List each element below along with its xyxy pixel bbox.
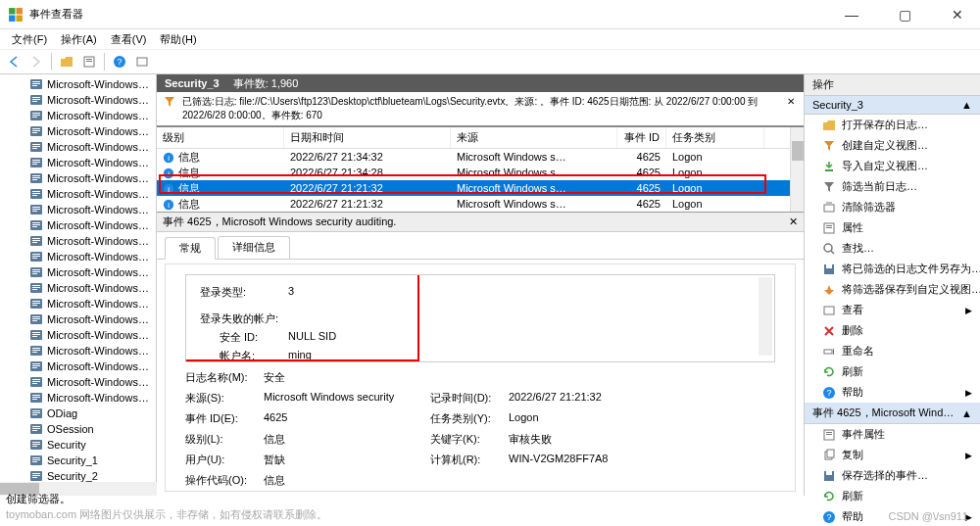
action-item[interactable]: 打开保存的日志… [805, 115, 980, 135]
tree-item[interactable]: Microsoft-Windows-… [0, 76, 156, 92]
col-level[interactable]: 级别 [157, 127, 284, 148]
tree-item[interactable]: ODiag [0, 406, 156, 421]
toolbar-extra-icon[interactable] [132, 52, 152, 72]
account-label: 帐户名: [200, 349, 288, 362]
tree-item[interactable]: Microsoft-Windows-… [0, 280, 156, 296]
tree-item[interactable]: Microsoft-Windows-… [0, 390, 156, 406]
action-item[interactable]: 复制▶ [805, 445, 980, 465]
col-source[interactable]: 来源 [451, 127, 617, 148]
log-icon [29, 375, 43, 389]
rename-icon [822, 345, 836, 359]
action-item[interactable]: 查找… [805, 238, 980, 259]
log-icon [29, 469, 43, 483]
tree-item[interactable]: Microsoft-Windows-… [0, 327, 156, 343]
log-icon [29, 203, 43, 216]
tree-item-label: Microsoft-Windows-… [47, 266, 152, 278]
back-button[interactable] [4, 52, 24, 72]
tree-item[interactable]: Microsoft-Windows-… [0, 123, 156, 139]
filter-close-icon[interactable]: ✕ [784, 95, 798, 109]
props-icon [822, 428, 836, 442]
tree-item[interactable]: Microsoft-Windows-… [0, 92, 156, 108]
log-icon [29, 265, 43, 279]
tree-item[interactable]: Microsoft-Windows-… [0, 249, 156, 264]
action-item[interactable]: 导入自定义视图… [805, 156, 980, 176]
log-icon [29, 140, 43, 154]
maximize-button[interactable]: ▢ [890, 7, 919, 23]
table-row[interactable]: 信息2022/6/27 21:21:32Microsoft Windows s…… [157, 196, 804, 212]
col-task[interactable]: 任务类别 [666, 127, 764, 148]
action-label: 删除 [842, 323, 863, 338]
tree-item[interactable]: Microsoft-Windows-s… [0, 170, 156, 186]
filter-bar: 已筛选:日志: file://C:\Users\ftp123\Desktop\c… [157, 92, 804, 127]
tree-item[interactable]: Microsoft-Windows-… [0, 311, 156, 327]
action-item[interactable]: 删除 [805, 320, 980, 341]
tree-item[interactable]: Microsoft-Windows-… [0, 233, 156, 249]
detail-close-icon[interactable]: ✕ [789, 215, 798, 228]
menu-action[interactable]: 操作(A) [55, 30, 103, 49]
table-row[interactable]: 信息2022/6/27 21:21:32Microsoft Windows s…… [157, 180, 804, 196]
sid-label: 安全 ID: [200, 330, 288, 345]
table-row[interactable]: 信息2022/6/27 21:34:32Microsoft Windows s…… [157, 149, 804, 165]
action-item[interactable]: 创建自定义视图… [805, 135, 980, 156]
tree-item-label: Microsoft-Windows-… [47, 141, 152, 153]
account-value: ming [288, 349, 312, 362]
close-button[interactable]: ✕ [943, 7, 972, 23]
tree-item[interactable]: Microsoft-Windows-… [0, 374, 156, 390]
tree-item-label: Microsoft-Windows-… [47, 282, 152, 294]
prop-keywords-value: 审核失败 [509, 432, 675, 447]
tree-item[interactable]: Microsoft-Windows-… [0, 186, 156, 202]
action-item[interactable]: 属性 [805, 217, 980, 238]
toolbar-props-icon[interactable] [79, 52, 99, 72]
tab-details[interactable]: 详细信息 [218, 236, 290, 259]
menu-file[interactable]: 文件(F) [6, 30, 53, 49]
action-item[interactable]: 帮助▶ [805, 382, 980, 403]
toolbar-view-icon[interactable] [57, 52, 76, 72]
tree-item[interactable]: Microsoft-Windows-… [0, 217, 156, 233]
action-label: 筛选当前日志… [842, 179, 917, 194]
menu-help[interactable]: 帮助(H) [154, 30, 202, 49]
log-icon [29, 422, 43, 436]
actions-title: 操作 [805, 74, 980, 96]
action-item[interactable]: 刷新 [805, 486, 980, 506]
action-item[interactable]: 事件属性 [805, 424, 980, 445]
log-header: Security_3 事件数: 1,960 [157, 74, 804, 92]
action-item[interactable]: 刷新 [805, 361, 980, 382]
tree-item[interactable]: Microsoft-Windows-… [0, 359, 156, 374]
action-item[interactable]: 保存选择的事件… [805, 465, 980, 486]
detail-header: 事件 4625，Microsoft Windows security audit… [157, 212, 804, 232]
action-item[interactable]: 将筛选器保存到自定义视图… [805, 279, 980, 300]
tree-item[interactable]: Security [0, 437, 156, 453]
tree-item[interactable]: Microsoft-Windows-… [0, 155, 156, 170]
prop-user-label: 用户(U): [185, 453, 264, 467]
tab-general[interactable]: 常规 [165, 237, 216, 260]
tree-item-label: Microsoft-Windows-… [47, 376, 152, 388]
action-item[interactable]: 查看▶ [805, 300, 980, 320]
tree-item[interactable]: Microsoft-Windows-… [0, 139, 156, 155]
tree-item[interactable]: Microsoft-Windows-… [0, 264, 156, 280]
tree-item[interactable]: Microsoft-Windows-… [0, 343, 156, 359]
tree-item[interactable]: Security_1 [0, 453, 156, 468]
tree-item[interactable]: Microsoft-Windows-… [0, 296, 156, 311]
toolbar-help-icon[interactable] [110, 52, 129, 72]
tree-item[interactable]: OSession [0, 421, 156, 437]
minimize-button[interactable]: — [837, 7, 866, 23]
action-label: 帮助 [842, 509, 863, 524]
tree-panel: Microsoft-Windows-…Microsoft-Windows-…Mi… [0, 74, 157, 496]
grid-vscrollbar[interactable] [790, 127, 804, 212]
tree-item-label: ODiag [47, 407, 77, 419]
tree-item[interactable]: Microsoft-Windows-… [0, 108, 156, 123]
table-row[interactable]: 信息2022/6/27 21:34:28Microsoft Windows s…… [157, 165, 804, 180]
col-date[interactable]: 日期和时间 [284, 127, 451, 148]
action-item[interactable]: 筛选当前日志… [805, 176, 980, 197]
tree-item-label: Microsoft-Windows-… [47, 298, 152, 310]
col-id[interactable]: 事件 ID [617, 127, 666, 148]
main-area: Microsoft-Windows-…Microsoft-Windows-…Mi… [0, 74, 980, 496]
action-item[interactable]: 将已筛选的日志文件另存为… [805, 259, 980, 279]
prop-logged-value: 2022/6/27 21:21:32 [509, 391, 675, 406]
action-item[interactable]: 清除筛选器 [805, 197, 980, 217]
action-item[interactable]: 重命名 [805, 341, 980, 361]
menu-view[interactable]: 查看(V) [105, 30, 153, 49]
tree-item[interactable]: Microsoft-Windows-… [0, 202, 156, 217]
detail-inner-scrollbar[interactable] [759, 277, 772, 356]
detail-text-box: 登录类型:3 登录失败的帐户: 安全 ID:NULL SID 帐户名:ming [185, 274, 775, 362]
